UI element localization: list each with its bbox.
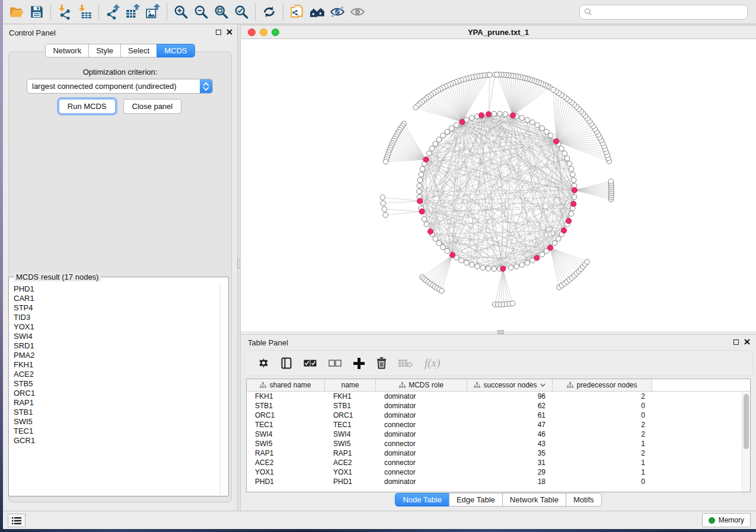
table-cell[interactable]: 18 bbox=[467, 477, 553, 486]
ring-node[interactable] bbox=[552, 241, 557, 246]
ring-node[interactable] bbox=[433, 236, 438, 242]
tab-node-table[interactable]: Node Table bbox=[395, 493, 449, 507]
table-cell[interactable]: YOX1 bbox=[247, 467, 325, 477]
ring-node[interactable] bbox=[441, 133, 446, 138]
table-cell[interactable]: YOX1 bbox=[325, 467, 376, 477]
leaf-node[interactable] bbox=[380, 195, 385, 200]
column-header-predecessor-nodes[interactable]: predecessor nodes bbox=[553, 379, 652, 391]
table-cell[interactable]: 29 bbox=[467, 467, 553, 477]
node-table[interactable]: shared namenameMCDS rolesuccessor nodesp… bbox=[246, 379, 751, 492]
add-icon[interactable] bbox=[353, 358, 365, 369]
tab-select[interactable]: Select bbox=[120, 44, 157, 57]
mcds-hub-node[interactable] bbox=[417, 198, 422, 204]
leaf-node[interactable] bbox=[382, 207, 387, 212]
table-cell[interactable]: dominator bbox=[376, 430, 467, 439]
table-cell[interactable]: 31 bbox=[467, 458, 553, 467]
ring-node[interactable] bbox=[514, 264, 519, 269]
table-row[interactable]: TEC1TEC1connector472 bbox=[247, 420, 750, 430]
table-cell[interactable]: 46 bbox=[467, 430, 553, 439]
delete-icon[interactable] bbox=[377, 357, 387, 369]
mcds-hub-node[interactable] bbox=[486, 111, 491, 117]
table-cell[interactable]: 35 bbox=[467, 448, 553, 458]
mcds-hub-node[interactable] bbox=[449, 252, 455, 258]
leaf-node[interactable] bbox=[608, 179, 614, 184]
ring-node[interactable] bbox=[569, 166, 574, 172]
ring-node[interactable] bbox=[445, 248, 450, 254]
mcds-result-item[interactable]: PMA2 bbox=[10, 351, 219, 360]
open-folder-icon[interactable] bbox=[7, 2, 27, 22]
ring-node[interactable] bbox=[417, 183, 422, 188]
table-cell[interactable]: 2 bbox=[553, 420, 652, 430]
table-cell[interactable]: 47 bbox=[467, 420, 553, 430]
task-history-button[interactable] bbox=[8, 514, 25, 527]
table-cell[interactable]: 61 bbox=[467, 411, 553, 420]
leaf-node[interactable] bbox=[439, 289, 445, 294]
column-header-shared-name[interactable]: shared name bbox=[247, 379, 325, 391]
table-scrollbar[interactable] bbox=[742, 392, 750, 492]
ring-node[interactable] bbox=[475, 264, 480, 269]
zoom-in-icon[interactable] bbox=[171, 2, 191, 22]
table-cell[interactable]: 0 bbox=[553, 401, 652, 411]
ring-node[interactable] bbox=[519, 116, 525, 121]
search-box[interactable] bbox=[579, 5, 748, 20]
close-panel-button[interactable]: Close panel bbox=[123, 99, 182, 114]
table-row[interactable]: ACE2ACE2connector311 bbox=[247, 458, 750, 467]
table-cell[interactable]: RAP1 bbox=[247, 448, 325, 458]
search-input[interactable] bbox=[592, 5, 747, 19]
table-cell[interactable]: FKH1 bbox=[325, 392, 376, 401]
refresh-icon[interactable] bbox=[259, 2, 279, 22]
leaf-node[interactable] bbox=[495, 72, 500, 78]
table-cell[interactable]: 0 bbox=[553, 411, 652, 420]
criterion-dropdown[interactable]: largest connected component (undirected) bbox=[27, 79, 213, 94]
copy-share-icon[interactable] bbox=[287, 2, 307, 22]
ring-node[interactable] bbox=[530, 120, 535, 125]
ring-node[interactable] bbox=[433, 142, 438, 147]
save-icon[interactable] bbox=[27, 2, 47, 22]
network-window-titlebar[interactable]: YPA_prune.txt_1 bbox=[241, 25, 756, 39]
table-cell[interactable]: 2 bbox=[553, 430, 652, 439]
table-cell[interactable]: 2 bbox=[553, 448, 652, 458]
table-row[interactable]: STB1STB1dominator620 bbox=[247, 401, 750, 411]
mcds-hub-node[interactable] bbox=[571, 201, 576, 207]
ring-node[interactable] bbox=[519, 262, 525, 268]
mcds-result-item[interactable]: STP4 bbox=[10, 303, 219, 313]
mcds-result-item[interactable]: STB1 bbox=[10, 408, 219, 417]
run-mcds-button[interactable]: Run MCDS bbox=[59, 99, 116, 114]
ring-node[interactable] bbox=[525, 117, 530, 123]
float-table-panel-icon[interactable] bbox=[733, 339, 739, 345]
table-row[interactable]: SWI5SWI5connector431 bbox=[247, 439, 750, 448]
leaf-node[interactable] bbox=[381, 201, 386, 206]
memory-button[interactable]: Memory bbox=[702, 513, 751, 527]
ring-node[interactable] bbox=[540, 252, 545, 257]
table-cell[interactable]: connector bbox=[376, 420, 467, 430]
ring-node[interactable] bbox=[492, 267, 497, 272]
ring-node[interactable] bbox=[445, 129, 450, 134]
ring-node[interactable] bbox=[436, 241, 442, 246]
mcds-hub-node[interactable] bbox=[572, 187, 577, 193]
mcds-hub-node[interactable] bbox=[510, 113, 515, 118]
leaf-node[interactable] bbox=[510, 301, 515, 306]
ring-node[interactable] bbox=[480, 265, 486, 271]
ring-node[interactable] bbox=[559, 146, 564, 151]
ring-node[interactable] bbox=[441, 245, 446, 250]
ring-node[interactable] bbox=[429, 146, 435, 151]
table-cell[interactable]: FKH1 bbox=[247, 392, 325, 401]
table-cell[interactable]: 0 bbox=[553, 477, 652, 486]
mcds-result-item[interactable]: TEC1 bbox=[10, 427, 219, 436]
select-all-icon[interactable] bbox=[304, 360, 317, 367]
mcds-result-item[interactable]: SRD1 bbox=[10, 341, 219, 351]
close-table-panel-icon[interactable] bbox=[744, 339, 750, 345]
ring-node[interactable] bbox=[570, 172, 576, 177]
tab-network[interactable]: Network bbox=[45, 44, 89, 57]
horizontal-splitter-handle[interactable] bbox=[497, 330, 504, 334]
table-cell[interactable]: ORC1 bbox=[247, 411, 325, 420]
table-scrollbar-thumb[interactable] bbox=[744, 394, 749, 449]
mcds-result-list[interactable]: PHD1CAR1STP4TID3YOX1SWI4SRD1PMA2FKH1ACE2… bbox=[10, 284, 219, 495]
table-cell[interactable]: PHD1 bbox=[325, 477, 376, 486]
table-cell[interactable]: 2 bbox=[553, 392, 652, 401]
table-cell[interactable]: PHD1 bbox=[247, 477, 325, 486]
ring-node[interactable] bbox=[525, 260, 530, 265]
mcds-hub-node[interactable] bbox=[423, 157, 429, 162]
mcds-result-item[interactable]: STB5 bbox=[10, 379, 219, 389]
deselect-all-icon[interactable] bbox=[328, 360, 342, 367]
